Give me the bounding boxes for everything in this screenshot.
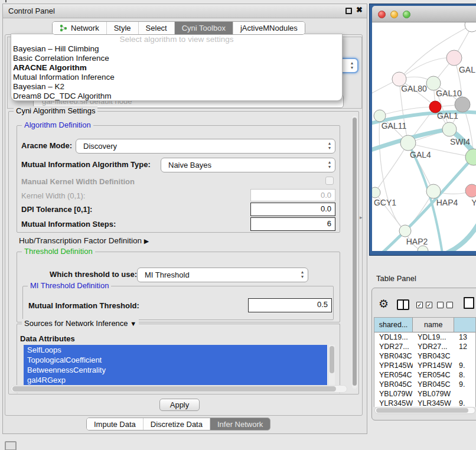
tab-select-label: Select [146, 24, 167, 32]
table-row[interactable]: YLR345WYLR345W9. [374, 399, 475, 407]
dock-panel-icon[interactable] [5, 441, 17, 450]
table-row[interactable]: YDR27...YDR27...12 [374, 342, 475, 351]
network-node[interactable] [418, 246, 428, 251]
attribute-item-selfloops[interactable]: SelfLoops [24, 345, 327, 355]
gear-icon[interactable]: ⚙ [379, 297, 389, 311]
stepper-arrows-icon: ▴▾ [328, 141, 331, 151]
zoom-traffic-light-icon[interactable] [403, 11, 410, 18]
checked-checkbox-icon[interactable]: ✓ [426, 302, 432, 308]
tab-cyni-toolbox[interactable]: Cyni Toolbox [175, 22, 233, 34]
table-row[interactable]: YBR045CYBR045C9. [374, 380, 475, 389]
network-node-hap4[interactable] [426, 184, 441, 198]
hub-transcription-factor-expander[interactable]: Hub/Transcription Factor Definition ▶ [19, 236, 149, 245]
table-cell: YBL079W [413, 389, 454, 399]
table-row[interactable]: YBL079WYBL079W [374, 389, 475, 399]
network-node-gal4[interactable] [400, 135, 416, 151]
table-row[interactable]: YPR145WYPR145W9. [374, 361, 475, 370]
settings-vertical-scrollbar-thumb[interactable] [353, 118, 357, 386]
column-header-shared[interactable]: shared... [374, 318, 413, 332]
mi-algorithm-type-label: Mutual Information Algorithm Type: [21, 160, 151, 169]
table-horizontal-scrollbar[interactable] [374, 407, 475, 414]
algorithm-option-dream8-dc-tdc-algorithm[interactable]: Dream8 DC_TDC Algorithm [11, 92, 342, 101]
mi-steps-field[interactable]: 6 [250, 217, 335, 231]
tab-jactivemnodules[interactable]: jActiveMNodules [233, 22, 305, 34]
settings-horizontal-scrollbar-thumb[interactable] [12, 386, 336, 392]
attribute-item-betweennesscentrality[interactable]: BetweennessCentrality [24, 365, 327, 375]
algorithm-option-mutual-information-inference[interactable]: Mutual Information Inference [11, 73, 342, 82]
settings-horizontal-scrollbar[interactable] [11, 385, 347, 393]
network-node-swi4[interactable] [442, 122, 457, 136]
tab-style-label: Style [114, 24, 131, 32]
mi-algorithm-type-combobox[interactable]: Naive Bayes ▴▾ [161, 158, 335, 172]
network-node[interactable] [465, 22, 476, 32]
network-node[interactable] [455, 97, 470, 112]
checked-checkbox-icon[interactable]: ✓ [416, 302, 423, 308]
network-node-hap2[interactable] [399, 225, 411, 237]
table-cell: YBR043C [413, 351, 454, 361]
tab-network[interactable]: Network [53, 22, 107, 34]
manual-kernel-width-checkbox[interactable] [325, 177, 334, 185]
data-attributes-list[interactable]: SelfLoopsTopologicalCoefficientBetweenne… [24, 345, 335, 387]
network-window-titlebar[interactable] [372, 6, 476, 22]
bottom-tab-discretize-data[interactable]: Discretize Data [144, 418, 210, 430]
node-label-gal4: GAL4 [410, 150, 431, 159]
cytoscape-desktop: Control Panel ✖ ▴▾ gal-filtered.sif defa… [0, 0, 476, 450]
table-cell: YLR345W [413, 399, 454, 407]
network-node-gal11[interactable] [374, 110, 386, 122]
algorithm-option-bayesian-k2[interactable]: Bayesian – K2 [11, 82, 342, 92]
tab-select[interactable]: Select [139, 22, 175, 34]
which-threshold-combobox[interactable]: MI Threshold ▴▾ [137, 268, 308, 282]
table-cell: YER054C [413, 370, 454, 380]
attributes-scrollbar-thumb[interactable] [330, 346, 334, 373]
document-icon[interactable] [464, 297, 474, 309]
network-node-gcy1[interactable] [372, 187, 380, 198]
table-row[interactable]: YER054CYER054C8. [374, 370, 475, 380]
mi-threshold-definition-legend: MI Threshold Definition [28, 281, 111, 290]
table-horizontal-scrollbar-thumb[interactable] [376, 408, 468, 413]
table-row[interactable]: YBR043CYBR043C [374, 351, 475, 361]
dpi-tolerance-field[interactable]: 0.0 [250, 203, 335, 216]
mi-steps-label: Mutual Information Steps: [21, 220, 116, 229]
mi-threshold-label: Mutual Information Threshold: [28, 301, 139, 310]
minimize-traffic-light-icon[interactable] [390, 11, 398, 18]
splitter-handle-icon[interactable]: ▸ [360, 214, 363, 220]
sources-legend[interactable]: Sources for Network Inference ▼ [22, 319, 139, 328]
bottom-tab-discretize-data-label: Discretize Data [151, 420, 203, 429]
node-table[interactable]: shared...name YDL19...YDL19...13YDR27...… [374, 317, 476, 407]
settings-vertical-scrollbar[interactable] [352, 116, 357, 389]
attributes-scrollbar[interactable] [328, 345, 335, 387]
node-label-gal10: GAL10 [436, 89, 462, 98]
mi-algorithm-type-value: Naive Bayes [168, 161, 211, 169]
unchecked-checkbox-icon[interactable] [437, 302, 444, 308]
table-cell: YDL19... [413, 332, 454, 342]
tab-jactivemnodules-label: jActiveMNodules [240, 24, 298, 32]
aracne-mode-combobox[interactable]: Discovery ▴▾ [76, 139, 335, 154]
kernel-width-field[interactable]: 0.0 [250, 189, 335, 201]
attribute-item-topologicalcoefficient[interactable]: TopologicalCoefficient [24, 355, 327, 365]
column-layout-icon[interactable] [397, 299, 409, 310]
network-view-canvas[interactable]: GALGAL80GAL10GAL1SWI4GAL11GAL4GCY1HAP4YH… [372, 22, 476, 251]
attribute-item-gal4rgexp[interactable]: gal4RGexp [24, 375, 327, 385]
algorithm-option-aracne-algorithm[interactable]: ARACNE Algorithm [11, 63, 342, 73]
apply-button[interactable]: Apply [159, 399, 200, 411]
close-icon[interactable]: ✖ [356, 5, 363, 14]
hub-transcription-factor-label: Hub/Transcription Factor Definition [19, 236, 142, 245]
node-label-y: Y [471, 198, 476, 207]
collapse-arrow-icon: ▼ [130, 320, 136, 327]
float-window-icon[interactable] [345, 8, 352, 14]
algorithm-option-basic-correlation-inference[interactable]: Basic Correlation Inference [11, 54, 342, 63]
aracne-mode-label: Aracne Mode: [21, 141, 72, 150]
column-header-name[interactable]: name [413, 318, 454, 332]
table-header-row: shared...name [374, 318, 475, 332]
algorithm-option-bayesian-hill-climbing[interactable]: Bayesian – Hill Climbing [11, 44, 342, 54]
tab-style[interactable]: Style [107, 22, 139, 34]
unchecked-checkbox-icon[interactable] [446, 302, 453, 308]
bottom-tab-infer-network[interactable]: Infer Network [210, 418, 270, 430]
network-node-y[interactable] [465, 184, 476, 197]
mi-threshold-field[interactable]: 0.5 [248, 298, 332, 312]
close-traffic-light-icon[interactable] [378, 11, 386, 18]
column-header-extra[interactable] [454, 318, 475, 332]
bottom-tab-impute-data[interactable]: Impute Data [87, 418, 144, 430]
network-node-gal[interactable] [446, 50, 462, 66]
table-row[interactable]: YDL19...YDL19...13 [374, 332, 475, 342]
